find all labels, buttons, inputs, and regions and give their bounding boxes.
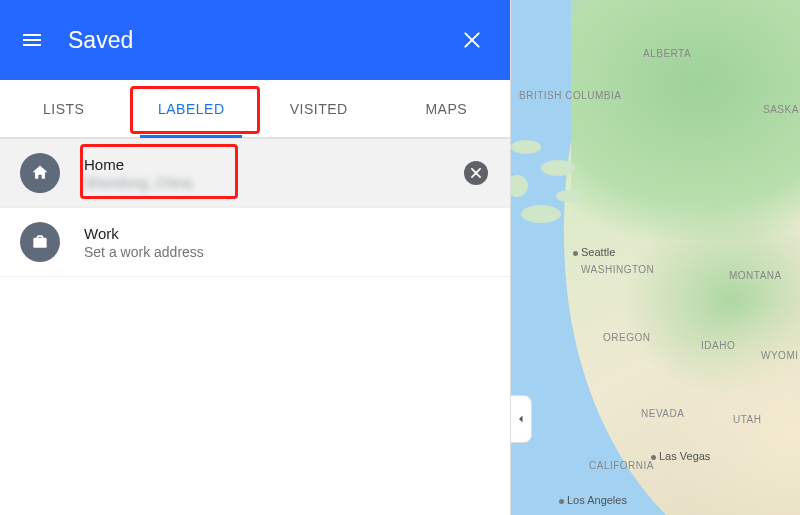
saved-panel: Saved LISTS LABELED VISITED MAPS Home Sh… [0, 0, 511, 515]
city-label: Los Angeles [567, 494, 627, 506]
map-label: UTAH [733, 414, 761, 425]
tab-labeled[interactable]: LABELED [128, 80, 256, 137]
map-label: CALIFORNIA [589, 460, 654, 471]
tab-label: MAPS [425, 101, 467, 117]
row-title: Work [84, 225, 204, 242]
header: Saved [0, 0, 510, 80]
row-text: Work Set a work address [84, 225, 204, 260]
labeled-list: Home Shandong, China Work Set a work add… [0, 138, 510, 277]
row-subtitle: Shandong, China [84, 175, 192, 191]
row-text: Home Shandong, China [84, 156, 192, 191]
map-city: Los Angeles [559, 494, 627, 506]
tabs: LISTS LABELED VISITED MAPS [0, 80, 510, 138]
map-label: OREGON [603, 332, 650, 343]
home-icon [20, 153, 60, 193]
tab-lists[interactable]: LISTS [0, 80, 128, 137]
collapse-panel-button[interactable] [511, 395, 532, 443]
row-title: Home [84, 156, 192, 173]
close-icon[interactable] [462, 30, 482, 50]
map-label: IDAHO [701, 340, 735, 351]
work-icon [20, 222, 60, 262]
map-label: ALBERTA [643, 48, 691, 59]
page-title: Saved [68, 27, 133, 54]
map-canvas[interactable]: ALBERTA BRITISH COLUMBIA SASKA WASHINGTO… [511, 0, 800, 515]
city-label: Seattle [581, 246, 615, 258]
map-label: WASHINGTON [581, 264, 654, 275]
labeled-row-home[interactable]: Home Shandong, China [0, 138, 510, 208]
map-city: Las Vegas [651, 450, 710, 462]
city-label: Las Vegas [659, 450, 710, 462]
tab-label: LABELED [158, 101, 225, 117]
map-islands [511, 130, 631, 250]
map-label: WYOMI [761, 350, 799, 361]
labeled-row-work[interactable]: Work Set a work address [0, 208, 510, 277]
tab-label: VISITED [290, 101, 348, 117]
row-subtitle: Set a work address [84, 244, 204, 260]
map-label: BRITISH COLUMBIA [519, 90, 621, 101]
clear-icon[interactable] [464, 161, 488, 185]
map-label: SASKA [763, 104, 799, 115]
tab-visited[interactable]: VISITED [255, 80, 383, 137]
map-label: NEVADA [641, 408, 684, 419]
tab-maps[interactable]: MAPS [383, 80, 511, 137]
map-label: MONTANA [729, 270, 782, 281]
tab-label: LISTS [43, 101, 84, 117]
menu-icon[interactable] [20, 28, 44, 52]
map-city: Seattle [573, 246, 615, 258]
chevron-left-icon [515, 413, 527, 425]
